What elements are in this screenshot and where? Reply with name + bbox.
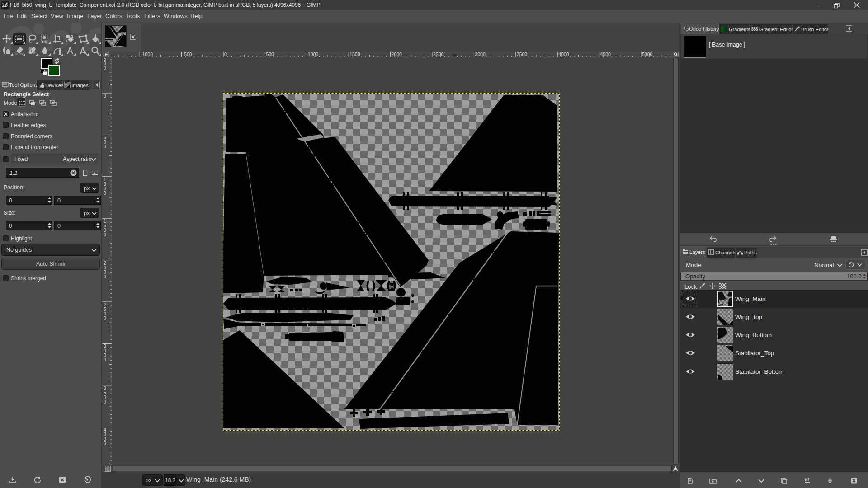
svg-text:-500: -500: [183, 52, 192, 57]
svg-text:2500: 2500: [433, 52, 444, 57]
svg-text:4500: 4500: [600, 52, 611, 57]
svg-text:0: 0: [104, 144, 106, 149]
svg-text:0: 0: [104, 315, 106, 321]
svg-text:0: 0: [104, 190, 106, 196]
svg-text:0: 0: [104, 399, 106, 404]
svg-text:3500: 3500: [517, 52, 528, 57]
svg-text:0: 0: [104, 93, 106, 99]
svg-text:0: 0: [104, 232, 106, 237]
svg-text:5000: 5000: [642, 52, 653, 57]
svg-text:0: 0: [104, 65, 106, 70]
svg-text:1000: 1000: [308, 52, 319, 57]
svg-text:-1000: -1000: [141, 52, 153, 57]
svg-text:0: 0: [104, 274, 106, 279]
svg-text:1500: 1500: [349, 52, 360, 57]
svg-text:0: 0: [224, 52, 227, 57]
svg-text:i: i: [42, 85, 43, 88]
svg-text:0: 0: [104, 441, 106, 446]
svg-text:4000: 4000: [558, 52, 569, 57]
svg-text:0: 0: [104, 357, 106, 362]
svg-text:2000: 2000: [392, 52, 402, 57]
svg-text:500: 500: [266, 52, 274, 57]
svg-text:3000: 3000: [475, 52, 486, 57]
